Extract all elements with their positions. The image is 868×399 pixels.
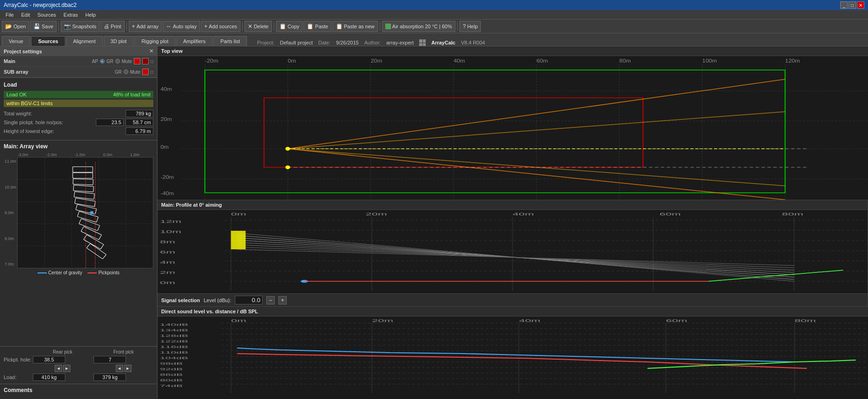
save-button[interactable]: 💾 Save [30,21,57,32]
auto-splay-button[interactable]: ↔ Auto splay [163,21,200,32]
svg-text:60m: 60m [536,58,548,63]
separator [242,22,243,31]
settings-close-button[interactable]: ✕ [149,48,153,54]
titlebar-controls: _ □ ✕ [840,1,864,9]
tab-venue[interactable]: Venue [2,36,30,46]
profile-chart: Main: Profile at 0° aiming 0m 20m 40m 60… [157,200,868,307]
load-status-ok: Load OK 48% of load limit [4,91,153,98]
arrayview-section: Main: Array view -3.0m -2.0m -1.0m 0.0m … [0,140,157,347]
paste-button[interactable]: 📋 Paste [303,21,331,32]
menubar: File Edit Sources Extras Help [0,10,868,19]
front-prev-button[interactable]: ◄ [116,365,123,372]
rear-hole-input[interactable] [33,356,65,363]
tab-parts-list[interactable]: Parts list [214,36,247,46]
main-array-close[interactable]: □ [151,59,153,64]
arrayview-title: Main: Array view [4,143,153,150]
mute-label: Mute [122,59,132,64]
svg-text:20m: 20m [371,58,382,63]
comments-title: Comments [4,387,153,393]
svg-text:140dB: 140dB [160,323,188,327]
svg-rect-48 [205,70,785,193]
front-hole-input[interactable] [94,356,126,363]
level-plus-button[interactable]: + [278,296,287,304]
level-minus-button[interactable]: − [266,296,275,304]
front-load-value: 379 kg [94,374,126,381]
sub-mute-label: Mute [130,70,140,75]
maximize-button[interactable]: □ [849,1,856,9]
tab-3dplot[interactable]: 3D plot [104,36,134,46]
sub-array-controls: GR Mute □ [115,69,153,75]
svg-point-20 [90,211,93,214]
copy-button[interactable]: 📋 Copy [276,21,303,32]
svg-text:40m: 40m [453,58,465,63]
svg-text:8m: 8m [160,240,175,244]
camera-icon: 📷 [64,23,71,30]
svg-text:80m: 80m [794,318,816,323]
x-axis-labels: -3.0m -2.0m -1.0m 0.0m 1.0m [4,152,153,157]
signal-selection: Signal selection Level (dBu): − + [157,293,868,306]
rear-next-button[interactable]: ► [63,365,70,372]
total-weight-row: Total weight: 789 kg [4,110,153,117]
y-label-3: 8.0m [5,236,16,241]
tab-sources[interactable]: Sources [31,36,65,46]
svg-text:-40m: -40m [160,191,174,196]
plus-icon: + [132,23,135,30]
front-next-button[interactable]: ► [124,365,132,372]
svg-rect-91 [231,231,246,249]
color1-box[interactable] [134,58,140,64]
menu-sources[interactable]: Sources [34,11,60,19]
rear-load-value: 410 kg [33,374,65,381]
air-absorption-button[interactable]: Air absorption 20 °C | 60% [382,21,455,32]
rear-prev-button[interactable]: ◄ [55,365,62,372]
delete-button[interactable]: ✕ Delete [245,21,272,32]
comments-section: Comments [0,384,157,399]
sub-color1-box[interactable] [142,69,149,75]
gr-radio[interactable] [115,59,120,63]
tab-alignment[interactable]: Alignment [66,36,103,46]
array-view-content: 11.0m 10.0m 9.0m 8.0m 7.0m [4,157,153,268]
tabbar: Venue Sources Alignment 3D plot Rigging … [0,33,868,46]
svg-text:0m: 0m [160,280,175,285]
open-button[interactable]: 📂 Open [2,21,29,32]
add-array-button[interactable]: + Add array [129,21,162,32]
lowest-edge-row: Height of lowest edge: 6.79 m [4,127,153,135]
x-label-3: 0.0m [103,152,112,157]
sub-array-name: SUB array [4,69,112,75]
svg-text:0m: 0m [288,58,296,63]
sub-array-close[interactable]: □ [151,70,153,75]
paste-as-new-button[interactable]: 📋 Paste as new [333,21,378,32]
menu-extras[interactable]: Extras [60,11,82,19]
spl-svg: 0m 20m 40m 60m 80m 140dB 134dB 128dB 122… [157,317,868,399]
level-input[interactable] [235,296,263,304]
load-section: Load Load OK 48% of load limit within BG… [0,78,157,140]
svg-text:6m: 6m [160,250,175,254]
help-button[interactable]: ? Help [459,21,481,32]
front-pick-header: Front pick [94,349,153,355]
menu-edit[interactable]: Edit [18,11,34,19]
pickpt-grid: Rear pick Front pick Pickpt. hole: ◄ ► ◄… [4,349,153,381]
separator [58,22,59,31]
tab-rigging[interactable]: Rigging plot [134,36,175,46]
svg-text:110dB: 110dB [160,350,188,355]
close-button[interactable]: ✕ [857,1,864,9]
svg-text:120m: 120m [785,58,800,63]
svg-rect-9 [73,173,93,178]
menu-file[interactable]: File [2,11,18,19]
pickpt-pos: 58.7 cm [126,119,153,126]
add-sources-button[interactable]: + Add sources [201,21,240,32]
array-legend: Center of gravity Pickpoints [4,270,153,275]
ap-label: AP [92,59,98,64]
pick-line [88,272,97,273]
print-button[interactable]: 🖨 Print [101,21,125,32]
ap-radio[interactable] [100,59,105,63]
svg-text:20m: 20m [365,212,387,216]
minimize-button[interactable]: _ [840,1,848,9]
snapshots-button[interactable]: 📷 Snapshots [61,21,100,32]
menu-help[interactable]: Help [82,11,100,19]
load-title: Load [4,82,153,88]
sub-gr-radio[interactable] [124,70,128,74]
svg-text:-20m: -20m [160,175,174,179]
front-nav: ◄ ► [94,365,153,372]
color2-box[interactable] [142,58,149,64]
tab-amplifiers[interactable]: Amplifiers [176,36,213,46]
